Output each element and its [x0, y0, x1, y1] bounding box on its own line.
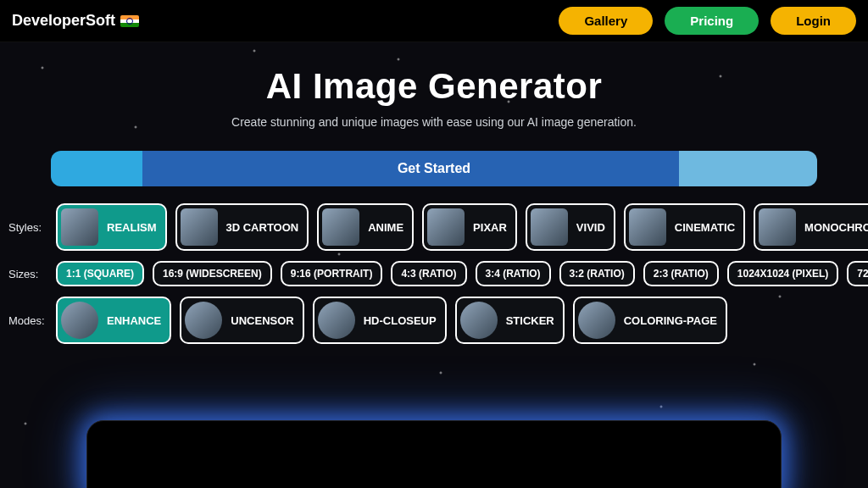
styles-scroll[interactable]: REALISM3D CARTOONANIMEPIXARVIVIDCINEMATI…: [56, 203, 868, 251]
mode-chip-sticker[interactable]: STICKER: [455, 297, 565, 344]
style-chip-anime[interactable]: ANIME: [317, 203, 414, 251]
sizes-row: Sizes: 1:1 (SQUARE)16:9 (WIDESCREEN)9:16…: [8, 261, 868, 286]
mode-thumb-icon: [578, 302, 615, 339]
modes-row: Modes: ENHANCEUNCENSORHD-CLOSEUPSTICKERC…: [8, 297, 868, 344]
style-thumb-icon: [759, 208, 796, 246]
nav-login-button[interactable]: Login: [771, 7, 856, 35]
mode-chip-uncensor[interactable]: UNCENSOR: [180, 297, 303, 344]
nav-gallery-button[interactable]: Gallery: [559, 7, 653, 35]
mode-chip-label: STICKER: [506, 314, 554, 327]
style-chip-realism[interactable]: REALISM: [56, 203, 167, 251]
size-pill-9-16-portrait[interactable]: 9:16 (PORTRAIT): [281, 261, 383, 286]
cta-wrap: Get Started: [0, 136, 868, 186]
size-pill-1024x1024-pixel[interactable]: 1024X1024 (PIXEL): [727, 261, 838, 286]
page-title: AI Image Generator: [0, 66, 868, 107]
mode-chip-label: COLORING-PAGE: [624, 314, 717, 327]
size-pill-720x1024-pixel[interactable]: 720X1024 (PIXEL)): [847, 261, 868, 286]
style-chip-3d-cartoon[interactable]: 3D CARTOON: [175, 203, 309, 251]
hero: AI Image Generator Create stunning and u…: [0, 42, 868, 136]
page-subtitle: Create stunning and unique images with e…: [0, 115, 868, 129]
mode-chip-label: UNCENSOR: [231, 314, 293, 327]
style-chip-label: VIVID: [576, 221, 605, 234]
mode-thumb-icon: [460, 302, 498, 339]
style-chip-label: 3D CARTOON: [226, 221, 299, 234]
nav-pricing-button[interactable]: Pricing: [665, 7, 759, 35]
size-pill-3-4-ratio[interactable]: 3:4 (RATIO): [476, 261, 551, 286]
styles-row: Styles: REALISM3D CARTOONANIMEPIXARVIVID…: [8, 203, 868, 251]
header: DeveloperSoft Gallery Pricing Login: [0, 0, 868, 42]
size-pill-1-1-square[interactable]: 1:1 (SQUARE): [56, 261, 144, 286]
mode-thumb-icon: [61, 302, 98, 339]
mode-thumb-icon: [318, 302, 355, 339]
sizes-label: Sizes:: [8, 268, 47, 280]
mode-chip-label: HD-CLOSEUP: [364, 314, 437, 327]
style-thumb-icon: [531, 208, 568, 246]
pickers: Styles: REALISM3D CARTOONANIMEPIXARVIVID…: [0, 186, 868, 344]
style-chip-cinematic[interactable]: CINEMATIC: [624, 203, 745, 251]
styles-label: Styles:: [8, 221, 47, 234]
prompt-area: [0, 420, 868, 488]
mode-chip-coloring-page[interactable]: COLORING-PAGE: [573, 297, 727, 344]
size-pill-4-3-ratio[interactable]: 4:3 (RATIO): [391, 261, 466, 286]
size-pill-3-2-ratio[interactable]: 3:2 (RATIO): [559, 261, 635, 286]
style-chip-label: PIXAR: [473, 221, 507, 234]
modes-label: Modes:: [8, 314, 47, 327]
style-thumb-icon: [181, 208, 218, 246]
mode-chip-enhance[interactable]: ENHANCE: [56, 297, 171, 344]
mode-thumb-icon: [185, 302, 222, 339]
style-chip-label: ANIME: [368, 221, 403, 234]
style-thumb-icon: [427, 208, 465, 246]
style-thumb-icon: [61, 208, 98, 246]
nav: Gallery Pricing Login: [559, 7, 856, 35]
style-thumb-icon: [629, 208, 666, 246]
india-flag-icon: [120, 15, 139, 27]
style-chip-label: MONOCHROME: [804, 221, 868, 234]
style-chip-monochrome[interactable]: MONOCHROME: [754, 203, 868, 251]
style-chip-vivid[interactable]: VIVID: [526, 203, 615, 251]
style-chip-label: CINEMATIC: [675, 221, 735, 234]
mode-chip-label: ENHANCE: [107, 314, 161, 327]
size-pill-2-3-ratio[interactable]: 2:3 (RATIO): [643, 261, 719, 286]
size-pill-16-9-widescreen[interactable]: 16:9 (WIDESCREEN): [153, 261, 272, 286]
brand-name: DeveloperSoft: [12, 12, 115, 30]
style-chip-pixar[interactable]: PIXAR: [422, 203, 517, 251]
brand[interactable]: DeveloperSoft: [12, 12, 139, 30]
get-started-button[interactable]: Get Started: [51, 151, 817, 186]
style-chip-label: REALISM: [107, 221, 157, 234]
sizes-scroll[interactable]: 1:1 (SQUARE)16:9 (WIDESCREEN)9:16 (PORTR…: [56, 261, 868, 286]
style-thumb-icon: [322, 208, 359, 246]
mode-chip-hd-closeup[interactable]: HD-CLOSEUP: [313, 297, 447, 344]
modes-scroll[interactable]: ENHANCEUNCENSORHD-CLOSEUPSTICKERCOLORING…: [56, 297, 868, 344]
prompt-input[interactable]: [86, 420, 782, 488]
